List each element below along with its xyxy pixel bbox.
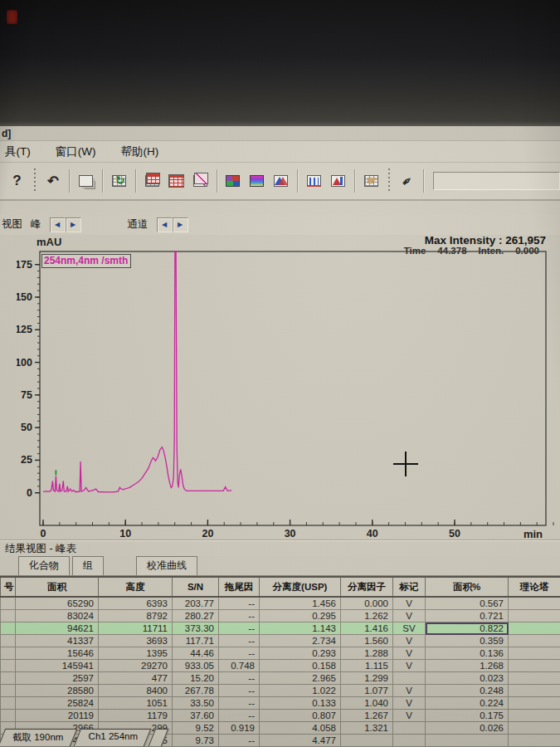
table-cell[interactable]: --	[219, 672, 260, 685]
table-cell[interactable]: 933.05	[173, 660, 219, 672]
peak-next-button[interactable]: ▶	[66, 217, 81, 232]
table-row[interactable]: 9462111711373.30--1.1431.416SV0.822	[1, 622, 560, 635]
table-row[interactable]: 259747715.20--2.9651.2990.023	[1, 672, 560, 685]
table-cell[interactable]: 0.919	[219, 722, 260, 735]
table-cell[interactable]: 33.50	[173, 697, 219, 710]
table-cell[interactable]	[509, 685, 560, 697]
table-cell[interactable]	[341, 735, 393, 747]
table-cell[interactable]: 267.78	[173, 685, 219, 697]
table-cell[interactable]	[1, 610, 16, 622]
multi-chart-icon[interactable]	[222, 168, 245, 193]
table-cell[interactable]: 1.321	[341, 722, 393, 735]
column-header[interactable]: 面积	[16, 577, 99, 597]
tab-compound[interactable]: 化合物	[18, 556, 70, 575]
table-cell[interactable]: 15646	[16, 647, 99, 660]
table-cell[interactable]: 9.52	[173, 722, 219, 735]
table-cell[interactable]: 0.136	[426, 647, 509, 660]
table-cell[interactable]: 83024	[16, 610, 99, 622]
table-cell[interactable]: 2597	[16, 672, 99, 685]
export-table-icon[interactable]	[141, 168, 163, 193]
undo-icon[interactable]: ↶	[41, 168, 64, 193]
table-cell[interactable]: 11711	[99, 622, 173, 635]
table-cell[interactable]: 3693	[99, 635, 173, 647]
table-cell[interactable]: 4.058	[260, 722, 341, 735]
table-cell[interactable]: --	[219, 610, 260, 622]
table-cell[interactable]: 0.748	[219, 660, 260, 672]
table-cell[interactable]: 6393	[99, 597, 173, 610]
column-header[interactable]: 分离因子	[341, 577, 393, 597]
table-cell[interactable]: 0.224	[426, 697, 509, 710]
table-cell[interactable]	[1, 635, 16, 647]
toolbar-grip[interactable]	[33, 168, 37, 193]
table-cell[interactable]: 2.965	[260, 672, 341, 685]
table-cell[interactable]: 0.158	[260, 660, 341, 672]
refresh-view-icon[interactable]: ↻	[108, 168, 130, 193]
table-cell[interactable]: --	[219, 697, 260, 710]
table-cell[interactable]: 65290	[16, 597, 99, 610]
table-cell[interactable]	[509, 622, 560, 635]
chromatogram-compare-icon[interactable]	[327, 168, 349, 193]
table-cell[interactable]	[426, 735, 509, 747]
table-cell[interactable]: --	[219, 635, 260, 647]
table-cell[interactable]: 0.359	[426, 635, 509, 647]
table-cell[interactable]: 29270	[99, 660, 173, 672]
table-row[interactable]: 830248792280.27--0.2951.262V0.721	[1, 610, 560, 622]
table-cell[interactable]: 0.295	[260, 610, 341, 622]
table-cell[interactable]: V	[393, 685, 426, 697]
channel-label[interactable]: 254nm,4nm /smth	[41, 254, 131, 268]
chromatogram-blue-icon[interactable]	[303, 168, 325, 193]
tab-calibration-curve[interactable]: 校准曲线	[136, 556, 197, 575]
table-cell[interactable]: 8400	[99, 685, 173, 697]
table-cell[interactable]: 8792	[99, 610, 173, 622]
table-row[interactable]: 15646139544.46--0.2931.288V0.136	[1, 647, 560, 660]
table-cell[interactable]: 1.267	[341, 710, 393, 722]
table-cell[interactable]: V	[393, 697, 426, 710]
table-cell[interactable]	[393, 672, 426, 685]
table-cell[interactable]	[509, 635, 560, 647]
table-cell[interactable]	[393, 735, 426, 747]
table-cell[interactable]: --	[219, 597, 260, 610]
table-cell[interactable]: --	[219, 710, 260, 722]
table-cell[interactable]	[1, 697, 16, 710]
table-cell[interactable]: 0.807	[260, 710, 341, 722]
menu-item-help[interactable]: 帮助(H)	[119, 143, 160, 161]
table-cell[interactable]: 0.175	[426, 710, 509, 722]
table-cell[interactable]: 0.133	[260, 697, 341, 710]
table-cell[interactable]: --	[219, 647, 260, 660]
table-cell[interactable]: V	[393, 660, 426, 672]
column-header[interactable]: 号	[1, 577, 16, 597]
column-header[interactable]: 面积%	[426, 577, 509, 597]
table-cell[interactable]: 1.040	[341, 697, 393, 710]
table-cell[interactable]: 20119	[16, 710, 99, 722]
table-cell[interactable]: 0.822	[426, 622, 509, 635]
table-row[interactable]: 20119117937.60--0.8071.267V0.175	[1, 710, 560, 722]
table-cell[interactable]: V	[393, 710, 426, 722]
sheet-tab-extract[interactable]: 截取 190nm	[0, 729, 78, 746]
table-cell[interactable]	[1, 622, 16, 635]
table-cell[interactable]: 0.000	[341, 597, 393, 610]
table-cell[interactable]: 15.20	[173, 672, 219, 685]
table-cell[interactable]	[1, 660, 16, 672]
column-header[interactable]: 理论塔	[509, 577, 560, 597]
table-cell[interactable]: V	[393, 635, 426, 647]
table-cell[interactable]: 2.734	[260, 635, 341, 647]
table-cell[interactable]: 9.73	[173, 735, 219, 747]
pin-icon[interactable]: ✒	[396, 168, 418, 193]
table-cell[interactable]	[509, 710, 560, 722]
table-cell[interactable]: 1.077	[341, 685, 393, 697]
table-cell[interactable]: 94621	[16, 622, 99, 635]
table-cell[interactable]	[509, 697, 560, 710]
column-header[interactable]: 拖尾因	[219, 577, 260, 597]
sheet-tab-ch1[interactable]: Ch1 254nm	[74, 729, 152, 746]
table-cell[interactable]	[509, 735, 560, 747]
table-cell[interactable]: 1.299	[341, 672, 393, 685]
menu-item-window[interactable]: 窗口(W)	[54, 143, 98, 161]
table-cell[interactable]: 44.46	[173, 647, 219, 660]
table-cell[interactable]: 203.77	[173, 597, 219, 610]
table-cell[interactable]: 0.293	[260, 647, 341, 660]
table-cell[interactable]: 1.288	[341, 647, 393, 660]
table-cell[interactable]: 1.456	[260, 597, 341, 610]
table-cell[interactable]: 117.71	[173, 635, 219, 647]
sheet-tab-stub[interactable]	[149, 729, 168, 746]
table-cell[interactable]	[1, 685, 16, 697]
